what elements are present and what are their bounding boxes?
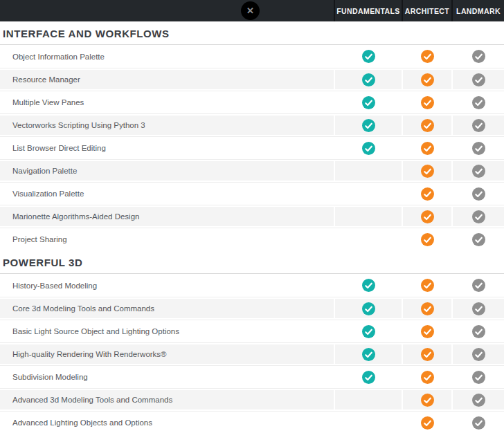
check-cell-fundamentals — [334, 274, 402, 297]
feature-name: Vectorworks Scripting Using Python 3 — [0, 114, 334, 136]
feature-row: Project Sharing — [0, 228, 504, 250]
check-circle-icon — [472, 371, 485, 384]
check-cell-architect — [402, 183, 451, 205]
check-cell-landmark — [451, 91, 504, 113]
feature-row: History-Based Modeling — [0, 274, 504, 297]
check-circle-icon — [362, 96, 375, 109]
check-cell-fundamentals — [334, 412, 402, 433]
check-circle-icon — [472, 165, 485, 178]
check-cell-landmark — [451, 320, 504, 342]
feature-name: High-quality Rendering With Renderworks® — [0, 343, 334, 365]
check-circle-icon — [421, 302, 434, 315]
column-header-landmark: LANDMARK — [451, 0, 504, 21]
feature-name: List Browser Direct Editing — [0, 137, 334, 159]
check-cell-architect — [402, 45, 451, 68]
check-cell-landmark — [451, 343, 504, 365]
feature-comparison-page: ✕ FUNDAMENTALS ARCHITECT LANDMARK INTERF… — [0, 0, 504, 433]
check-circle-icon — [472, 142, 485, 155]
check-cell-fundamentals — [334, 114, 402, 136]
check-cell-fundamentals — [334, 366, 402, 388]
check-cell-fundamentals — [334, 297, 402, 320]
feature-name: Core 3d Modeling Tools and Commands — [0, 297, 334, 320]
check-cell-landmark — [451, 183, 504, 205]
check-circle-icon — [421, 210, 434, 223]
check-cell-landmark — [451, 297, 504, 320]
check-cell-fundamentals — [334, 320, 402, 342]
check-cell-fundamentals — [334, 205, 402, 228]
check-circle-icon — [421, 371, 434, 384]
check-cell-landmark — [451, 45, 504, 68]
check-cell-architect — [402, 91, 451, 113]
check-cell-fundamentals — [334, 160, 402, 182]
close-icon: ✕ — [246, 6, 254, 15]
check-circle-icon — [472, 96, 485, 109]
check-cell-landmark — [451, 205, 504, 228]
check-cell-fundamentals — [334, 343, 402, 365]
check-cell-architect — [402, 274, 451, 297]
check-cell-landmark — [451, 160, 504, 182]
feature-row: Core 3d Modeling Tools and Commands — [0, 297, 504, 320]
feature-name: Marionette Algorithms-Aided Design — [0, 205, 334, 228]
check-circle-icon — [421, 233, 434, 246]
check-circle-icon — [472, 325, 485, 338]
check-cell-fundamentals — [334, 228, 402, 250]
check-cell-fundamentals — [334, 45, 402, 68]
check-circle-icon — [421, 325, 434, 338]
feature-row: Marionette Algorithms-Aided Design — [0, 205, 504, 228]
check-cell-landmark — [451, 366, 504, 388]
column-headers: FUNDAMENTALS ARCHITECT LANDMARK — [334, 0, 504, 21]
feature-row: Multiple View Panes — [0, 91, 504, 113]
check-cell-architect — [402, 389, 451, 411]
check-circle-icon — [421, 416, 434, 430]
check-circle-icon — [421, 187, 434, 201]
column-header-architect: ARCHITECT — [402, 0, 451, 21]
check-circle-icon — [472, 279, 485, 292]
check-circle-icon — [362, 73, 375, 86]
feature-row: List Browser Direct Editing — [0, 136, 504, 159]
check-cell-landmark — [451, 274, 504, 297]
feature-row: Visualization Palette — [0, 182, 504, 205]
check-cell-landmark — [451, 412, 504, 433]
feature-name: Navigation Palette — [0, 160, 334, 182]
check-circle-icon — [472, 302, 485, 315]
check-circle-icon — [362, 119, 375, 132]
feature-name: Resource Manager — [0, 68, 334, 91]
check-circle-icon — [421, 96, 434, 109]
feature-row: Resource Manager — [0, 68, 504, 91]
feature-row: Subdivision Modeling — [0, 365, 504, 388]
feature-row: Vectorworks Scripting Using Python 3 — [0, 113, 504, 136]
check-circle-icon — [472, 210, 485, 223]
section-title: POWERFUL 3D — [0, 250, 504, 274]
check-circle-icon — [362, 50, 375, 63]
check-circle-icon — [362, 325, 375, 338]
feature-row: High-quality Rendering With Renderworks® — [0, 342, 504, 365]
check-cell-architect — [402, 412, 451, 433]
check-circle-icon — [421, 165, 434, 178]
feature-name: Multiple View Panes — [0, 91, 334, 113]
feature-name: Visualization Palette — [0, 183, 334, 205]
check-circle-icon — [362, 348, 375, 361]
check-cell-architect — [402, 68, 451, 91]
close-button[interactable]: ✕ — [241, 1, 260, 20]
check-cell-architect — [402, 297, 451, 320]
check-cell-landmark — [451, 389, 504, 411]
check-circle-icon — [472, 187, 485, 201]
section-title: INTERFACE AND WORKFLOWS — [0, 21, 504, 45]
check-circle-icon — [421, 73, 434, 86]
check-circle-icon — [421, 142, 434, 155]
check-circle-icon — [472, 73, 485, 86]
check-circle-icon — [362, 279, 375, 292]
check-cell-architect — [402, 137, 451, 159]
feature-row: Basic Light Source Object and Lighting O… — [0, 320, 504, 342]
check-circle-icon — [362, 142, 375, 155]
check-cell-landmark — [451, 137, 504, 159]
check-cell-architect — [402, 320, 451, 342]
check-circle-icon — [362, 302, 375, 315]
check-cell-architect — [402, 343, 451, 365]
check-cell-architect — [402, 114, 451, 136]
feature-name: Object Information Palette — [0, 45, 334, 68]
check-cell-fundamentals — [334, 137, 402, 159]
feature-name: History-Based Modeling — [0, 274, 334, 297]
check-cell-fundamentals — [334, 389, 402, 411]
check-circle-icon — [362, 371, 375, 384]
